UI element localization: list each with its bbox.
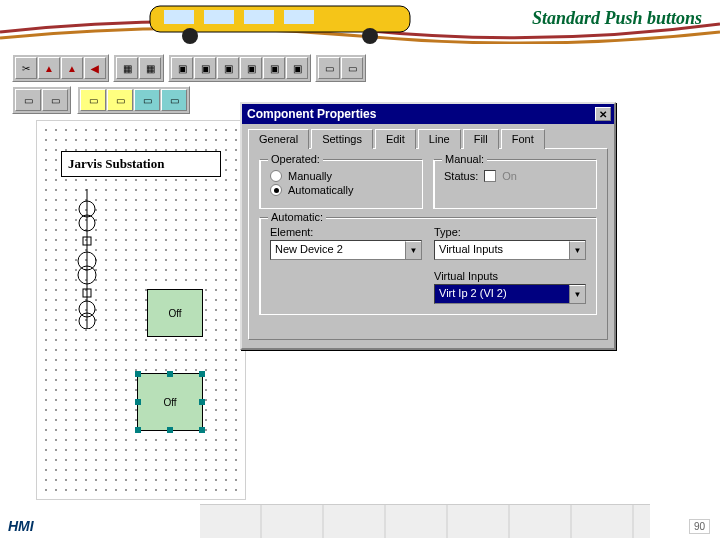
tb-align5-icon[interactable]: ▣ [263, 57, 285, 79]
toolbar-group-2: ▦ ▦ [113, 54, 164, 82]
tb-grid2-icon[interactable]: ▦ [139, 57, 161, 79]
toolbar-group-5: ▭ ▭ [12, 86, 71, 114]
svg-rect-3 [244, 10, 274, 24]
tb-comp1-icon[interactable]: ▭ [15, 89, 41, 111]
radio-manually-label: Manually [288, 170, 332, 182]
manual-legend: Manual: [442, 153, 487, 165]
svg-rect-1 [164, 10, 194, 24]
dialog-tabs: General Settings Edit Line Fill Font [242, 124, 614, 148]
footer-label: HMI [8, 518, 34, 534]
tb-align4-icon[interactable]: ▣ [240, 57, 262, 79]
selection-handle[interactable] [135, 371, 141, 377]
virtual-inputs-label: Virtual Inputs [434, 270, 586, 282]
tb-teal2-icon[interactable]: ▭ [161, 89, 187, 111]
tab-fill[interactable]: Fill [463, 129, 499, 149]
toolbar-row-1: ✂ ▲ ▲ ◀ ▦ ▦ ▣ ▣ ▣ ▣ ▣ ▣ ▭ ▭ [12, 54, 708, 82]
drawing-canvas[interactable]: Jarvis Substation Off Off [36, 120, 246, 500]
tab-line[interactable]: Line [418, 129, 461, 149]
chevron-down-icon[interactable]: ▼ [405, 241, 421, 259]
toolbar-group-6: ▭ ▭ ▭ ▭ [77, 86, 190, 114]
chevron-down-icon[interactable]: ▼ [569, 285, 585, 303]
slide-number: 90 [689, 519, 710, 534]
selection-handle[interactable] [167, 427, 173, 433]
tab-font[interactable]: Font [501, 129, 545, 149]
selection-handle[interactable] [199, 371, 205, 377]
svg-rect-4 [284, 10, 314, 24]
dialog-title: Component Properties [245, 107, 376, 121]
virtual-inputs-combobox[interactable]: Virt Ip 2 (VI 2) ▼ [434, 284, 586, 304]
tb-align1-icon[interactable]: ▣ [171, 57, 193, 79]
status-value: On [502, 170, 517, 182]
toolbar-group-3: ▣ ▣ ▣ ▣ ▣ ▣ [168, 54, 311, 82]
manual-group: Manual: Status: On [433, 159, 597, 209]
virtual-inputs-value: Virt Ip 2 (VI 2) [435, 285, 569, 303]
operated-group: Operated: Manually Automatically [259, 159, 423, 209]
substation-title-box[interactable]: Jarvis Substation [61, 151, 221, 177]
footer-thumbnails [200, 504, 650, 538]
element-value: New Device 2 [271, 241, 405, 259]
svg-point-6 [362, 28, 378, 44]
element-label: Element: [270, 226, 422, 238]
pushbutton-1-label: Off [168, 308, 181, 319]
tab-edit[interactable]: Edit [375, 129, 416, 149]
close-button[interactable]: ✕ [595, 107, 611, 121]
tb-tri-up2-icon[interactable]: ▲ [61, 57, 83, 79]
radio-automatically[interactable] [270, 184, 282, 196]
pushbutton-2-selected[interactable]: Off [137, 373, 203, 431]
tb-tri-left-icon[interactable]: ◀ [84, 57, 106, 79]
tb-align2-icon[interactable]: ▣ [194, 57, 216, 79]
tb-order2-icon[interactable]: ▭ [341, 57, 363, 79]
status-checkbox[interactable] [484, 170, 496, 182]
tb-grid-icon[interactable]: ▦ [116, 57, 138, 79]
operated-legend: Operated: [268, 153, 323, 165]
component-properties-dialog: Component Properties ✕ General Settings … [240, 102, 616, 350]
bus-illustration [120, 0, 460, 48]
selection-handle[interactable] [167, 371, 173, 377]
pushbutton-1[interactable]: Off [147, 289, 203, 337]
tb-align6-icon[interactable]: ▣ [286, 57, 308, 79]
radio-automatically-label: Automatically [288, 184, 353, 196]
automatic-legend: Automatic: [268, 211, 326, 223]
toolbar-row-2: ▭ ▭ ▭ ▭ ▭ ▭ [12, 86, 190, 114]
toolbar-group-4: ▭ ▭ [315, 54, 366, 82]
automatic-group: Automatic: Element: New Device 2 ▼ Type:… [259, 217, 597, 315]
selection-handle[interactable] [199, 399, 205, 405]
tb-teal1-icon[interactable]: ▭ [134, 89, 160, 111]
status-label: Status: [444, 170, 478, 182]
tb-order1-icon[interactable]: ▭ [318, 57, 340, 79]
selection-handle[interactable] [135, 427, 141, 433]
type-label: Type: [434, 226, 586, 238]
chevron-down-icon[interactable]: ▼ [569, 241, 585, 259]
tab-panel-settings: Operated: Manually Automatically Manual:… [248, 148, 608, 340]
tab-settings[interactable]: Settings [311, 129, 373, 149]
type-combobox[interactable]: Virtual Inputs ▼ [434, 240, 586, 260]
tab-general[interactable]: General [248, 129, 309, 149]
radio-manually[interactable] [270, 170, 282, 182]
element-combobox[interactable]: New Device 2 ▼ [270, 240, 422, 260]
dialog-titlebar[interactable]: Component Properties ✕ [242, 104, 614, 124]
svg-point-5 [182, 28, 198, 44]
selection-handle[interactable] [199, 427, 205, 433]
tb-comp2-icon[interactable]: ▭ [42, 89, 68, 111]
toolbar-group-1: ✂ ▲ ▲ ◀ [12, 54, 109, 82]
pushbutton-2-label: Off [163, 397, 176, 408]
tb-yellow1-icon[interactable]: ▭ [80, 89, 106, 111]
svg-rect-2 [204, 10, 234, 24]
single-line-schematic [73, 189, 133, 329]
tb-cut-icon[interactable]: ✂ [15, 57, 37, 79]
tb-align3-icon[interactable]: ▣ [217, 57, 239, 79]
tb-tri-up-icon[interactable]: ▲ [38, 57, 60, 79]
selection-handle[interactable] [135, 399, 141, 405]
tb-yellow2-icon[interactable]: ▭ [107, 89, 133, 111]
type-value: Virtual Inputs [435, 241, 569, 259]
slide-title: Standard Push buttons [532, 8, 702, 29]
